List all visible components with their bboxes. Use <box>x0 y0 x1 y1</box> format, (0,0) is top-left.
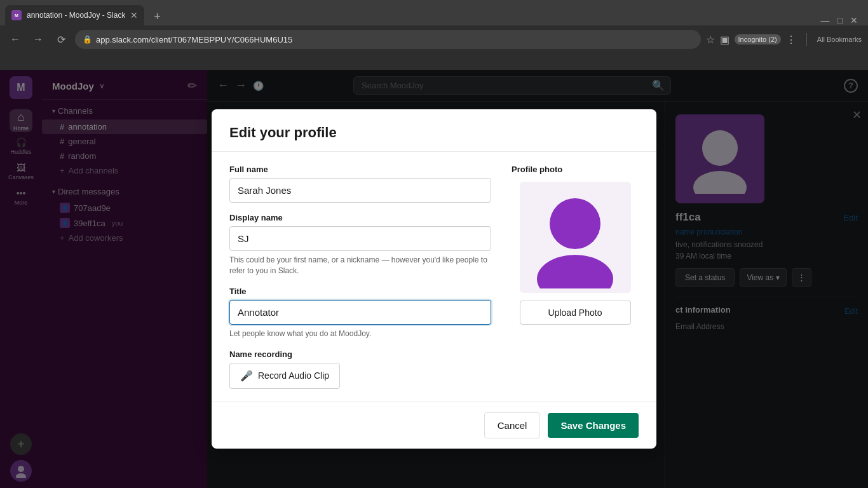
sidebar-toggle-icon[interactable]: ▣ <box>720 34 729 46</box>
cancel-button[interactable]: Cancel <box>484 412 541 438</box>
modal-body: Full name Display name This could be you… <box>212 152 656 401</box>
url-text: app.slack.com/client/T067MEBPPUY/C066HUM… <box>96 35 292 44</box>
address-bar[interactable]: 🔒 app.slack.com/client/T067MEBPPUY/C066H… <box>75 30 701 49</box>
mic-icon: 🎤 <box>240 370 253 382</box>
photo-section: Profile photo Upload Photo <box>512 165 639 388</box>
name-recording-group: Name recording 🎤 Record Audio Clip <box>229 349 491 389</box>
title-hint: Let people know what you do at MoodJoy. <box>229 329 491 339</box>
minimize-button[interactable]: — <box>821 15 830 25</box>
reload-button[interactable]: ⟳ <box>52 30 70 48</box>
tab-favicon: M <box>11 10 22 20</box>
name-recording-label: Name recording <box>229 349 491 359</box>
record-audio-button[interactable]: 🎤 Record Audio Clip <box>229 363 340 389</box>
svg-point-7 <box>550 198 600 249</box>
browser-chrome: M annotation - MoodJoy - Slack ✕ + — □ ✕… <box>0 0 868 70</box>
lock-icon: 🔒 <box>83 35 92 44</box>
display-name-group: Display name This could be your first na… <box>229 213 491 276</box>
record-audio-label: Record Audio Clip <box>258 370 329 381</box>
title-label: Title <box>229 287 491 296</box>
display-name-label: Display name <box>229 213 491 222</box>
modal-header: Edit your profile <box>212 109 656 152</box>
menu-icon[interactable]: ⋮ <box>786 34 796 46</box>
window-close-button[interactable]: ✕ <box>850 15 858 25</box>
back-button[interactable]: ← <box>6 30 24 48</box>
save-changes-button[interactable]: Save Changes <box>548 413 639 438</box>
profile-photo-preview <box>520 182 631 293</box>
display-name-input[interactable] <box>229 226 491 251</box>
title-group: Title Let people know what you do at Moo… <box>229 287 491 339</box>
bookmarks-label: All Bookmarks <box>817 36 862 43</box>
tab-title: annotation - MoodJoy - Slack <box>27 11 125 20</box>
profile-photo-label: Profile photo <box>512 165 562 174</box>
tab-bar: M annotation - MoodJoy - Slack ✕ + — □ ✕ <box>0 0 868 25</box>
modal-overlay: Edit your profile Full name Display name… <box>0 70 868 488</box>
nav-bar: ← → ⟳ 🔒 app.slack.com/client/T067MEBPPUY… <box>0 25 868 53</box>
full-name-label: Full name <box>229 165 491 174</box>
star-icon[interactable]: ☆ <box>706 34 715 46</box>
display-name-hint: This could be your first name, or a nick… <box>229 255 491 276</box>
modal-footer: Cancel Save Changes <box>212 402 656 449</box>
new-tab-button[interactable]: + <box>148 8 166 25</box>
upload-photo-button[interactable]: Upload Photo <box>520 301 631 325</box>
tab-close-button[interactable]: ✕ <box>130 10 138 20</box>
profile-form: Full name Display name This could be you… <box>229 165 491 388</box>
full-name-input[interactable] <box>229 178 491 203</box>
browser-actions: ☆ ▣ Incognito (2) ⋮ <box>706 34 796 46</box>
avatar-svg <box>527 187 623 288</box>
incognito-badge: Incognito (2) <box>735 34 781 44</box>
full-name-group: Full name <box>229 165 491 203</box>
active-tab[interactable]: M annotation - MoodJoy - Slack ✕ <box>5 5 144 25</box>
modal-title: Edit your profile <box>229 125 639 141</box>
forward-button[interactable]: → <box>29 30 47 48</box>
maximize-button[interactable]: □ <box>837 15 843 25</box>
svg-text:M: M <box>15 13 18 18</box>
edit-profile-dialog: Edit your profile Full name Display name… <box>212 109 656 448</box>
title-input[interactable] <box>229 300 491 325</box>
